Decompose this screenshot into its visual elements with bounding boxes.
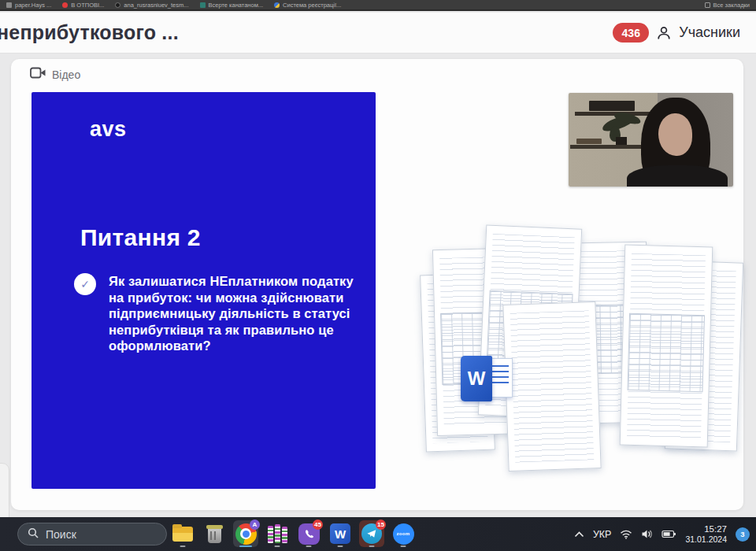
- bookmark-label: В ОТПОВІ...: [71, 2, 104, 9]
- viber-notification-badge: 45: [313, 520, 323, 530]
- bookmark-item[interactable]: Система реєстрації...: [274, 0, 341, 9]
- taskbar-app-icons: A 45 W 15: [170, 520, 416, 547]
- wall-shelf: [575, 112, 650, 116]
- speaker-icon[interactable]: [641, 529, 653, 539]
- tray-date: 31.01.2024: [685, 534, 727, 545]
- keyboard-language-indicator[interactable]: УКР: [593, 529, 612, 540]
- header-right: 436 Учасники: [613, 13, 740, 53]
- stacked-books-icon: [268, 524, 287, 543]
- slide-question-row: ✓ Як залишатися НЕплатником податку на п…: [74, 273, 356, 354]
- bookmark-icon: [115, 2, 120, 8]
- bookmark-icon: [274, 2, 280, 8]
- telegram-notification-badge: 15: [376, 520, 386, 530]
- taskbar-recycle-bin-icon[interactable]: [202, 520, 227, 547]
- video-panel: Відео avs Питання 2 ✓ Як залишатися НЕпл…: [11, 59, 743, 510]
- bookmark-item[interactable]: В ОТПОВІ...: [62, 0, 104, 9]
- taskbar-chrome-icon[interactable]: A: [233, 520, 258, 547]
- participants-count-badge: 436: [613, 23, 649, 43]
- open-app-indicator: [401, 545, 406, 548]
- participants-button[interactable]: Учасники: [679, 24, 740, 41]
- word-w-icon: W: [461, 356, 492, 401]
- check-icon: ✓: [74, 273, 96, 295]
- taskbar-telegram-icon[interactable]: 15: [359, 520, 384, 547]
- shelf-object: [589, 101, 635, 111]
- bookmark-item[interactable]: ana_rusrasniuev_tesm...: [115, 0, 188, 9]
- check-glyph: ✓: [80, 278, 90, 290]
- presentation-slide: avs Питання 2 ✓ Як залишатися НЕплатнико…: [32, 92, 376, 489]
- open-app-indicator: [180, 545, 186, 548]
- open-app-indicator: [275, 545, 280, 548]
- open-app-indicator: [338, 545, 343, 548]
- wall-shelf: [570, 145, 643, 149]
- speaker-webcam-video: [569, 93, 733, 187]
- shelf-object: [576, 139, 602, 144]
- word-icon: W: [330, 523, 350, 544]
- speaker-face: [658, 113, 692, 156]
- main-area: Відео avs Питання 2 ✓ Як залишатися НЕпл…: [0, 54, 756, 517]
- bookmark-icon: [200, 2, 206, 8]
- taskbar-file-explorer-icon[interactable]: [170, 520, 195, 547]
- tray-chevron-up-icon[interactable]: [574, 531, 584, 538]
- video-camera-icon: [30, 67, 46, 82]
- background-card-corner: [0, 463, 9, 524]
- windows-taskbar: Поиск A 45: [0, 517, 756, 551]
- webinar-header: неприбуткового ... 436 Учасники: [0, 13, 756, 54]
- video-panel-header: Відео: [30, 67, 80, 82]
- bookmark-icon: [6, 2, 12, 8]
- system-tray: УКР: [574, 517, 750, 551]
- screen: paper.Hays ... В ОТПОВІ... ana_rusrasniu…: [0, 0, 756, 551]
- open-app-indicator: [306, 545, 312, 548]
- word-logo: W: [461, 354, 514, 403]
- taskbar-search[interactable]: Поиск: [17, 523, 167, 545]
- bookmark-item[interactable]: paper.Hays ...: [6, 0, 51, 9]
- battery-icon[interactable]: [662, 530, 676, 538]
- taskbar-viber-icon[interactable]: 45: [296, 520, 321, 547]
- slide-body-text: Як залишатися НЕплатником податку на при…: [109, 273, 356, 354]
- video-panel-label: Відео: [52, 68, 80, 81]
- document-page: [620, 245, 713, 448]
- bookmark-label: ana_rusrasniuev_tesm...: [124, 2, 188, 9]
- tray-time: 15:27: [685, 523, 727, 534]
- bookmark-label: Система реєстрації...: [283, 2, 341, 9]
- person-icon: [656, 25, 672, 41]
- slide-heading: Питання 2: [80, 224, 201, 251]
- taskbar-word-icon[interactable]: W: [328, 520, 353, 547]
- recycle-bin-icon: [208, 525, 221, 543]
- bookmark-item[interactable]: Всерте канатаном...: [200, 0, 264, 9]
- zoom-icon: zoom: [393, 523, 414, 545]
- clock[interactable]: 15:27 31.01.2024: [685, 523, 727, 545]
- bookmarks-folder-icon: [705, 2, 710, 8]
- slide-logo: avs: [90, 117, 127, 142]
- bookmark-label: paper.Hays ...: [15, 2, 51, 9]
- page-title: неприбуткового ...: [0, 21, 179, 44]
- folder-icon: [172, 527, 193, 542]
- active-app-indicator: [239, 545, 252, 548]
- browser-bookmarks-bar: paper.Hays ... В ОТПОВІ... ana_rusrasniu…: [0, 0, 756, 11]
- wifi-icon[interactable]: [620, 530, 632, 539]
- document-page: [502, 301, 601, 471]
- taskbar-archive-icon[interactable]: [265, 520, 290, 547]
- search-label: Поиск: [46, 528, 76, 541]
- all-bookmarks-button[interactable]: Все закладки: [705, 0, 750, 9]
- bookmark-icon: [62, 2, 68, 8]
- taskbar-zoom-icon[interactable]: zoom: [391, 520, 416, 547]
- chrome-profile-badge: A: [250, 520, 260, 530]
- speaker-body: [627, 165, 728, 187]
- all-bookmarks-label: Все закладки: [713, 2, 750, 9]
- notification-count-badge[interactable]: 3: [736, 527, 750, 542]
- open-app-indicator: [369, 545, 375, 548]
- documents-illustration: W: [417, 222, 743, 431]
- bookmark-label: Всерте канатаном...: [209, 2, 264, 9]
- search-icon: [28, 527, 39, 542]
